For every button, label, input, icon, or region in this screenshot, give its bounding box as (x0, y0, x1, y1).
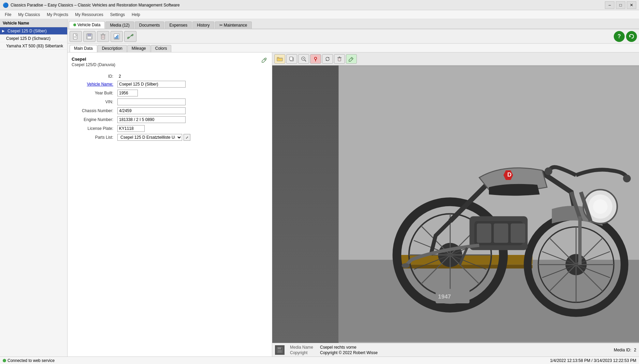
status-timestamps: 1/4/2022 12:13:58 PM / 3/14/2023 12:22:5… (550, 358, 636, 363)
edit-link-icon[interactable] (261, 57, 268, 63)
svg-point-63 (593, 199, 608, 214)
edit-media-icon (349, 56, 354, 62)
form-panel: Csepel Csepel 125/D (Danuvia) ID: 2 (68, 52, 272, 357)
close-button[interactable]: ✕ (627, 1, 636, 9)
inner-tab-description[interactable]: Description (98, 45, 127, 52)
svg-rect-60 (511, 224, 525, 243)
media-id-section: Media ID: 2 (614, 348, 636, 352)
menu-settings[interactable]: Settings (107, 11, 128, 18)
expand-parts-button[interactable]: ⤢ (184, 134, 190, 141)
edit-media-btn[interactable] (346, 54, 357, 64)
sidebar-item-csepel-silber[interactable]: ▶ Csepel 125 D (Silber) (0, 27, 67, 35)
delete-media-btn[interactable] (334, 54, 345, 64)
delete-icon (100, 33, 106, 40)
open-folder-button[interactable] (274, 54, 285, 64)
sidebar-item-label: Yamaha XT 500 (83) Silbertank (6, 44, 63, 48)
media-name-label: Media Name (290, 345, 317, 350)
minimize-button[interactable]: – (605, 1, 614, 9)
media-info-bar: Media Name Csepel rechts vorne Copyright… (272, 343, 639, 357)
maximize-button[interactable]: □ (616, 1, 625, 9)
undo-button[interactable] (626, 31, 637, 42)
pin-button[interactable] (310, 54, 321, 64)
media-save-icon (275, 345, 285, 355)
tab-history[interactable]: History (192, 21, 214, 29)
media-id-value: 2 (634, 348, 636, 352)
vehicle-name-input[interactable] (117, 81, 186, 88)
media-main-image: D 1947 (339, 65, 639, 343)
svg-marker-17 (629, 35, 631, 37)
svg-rect-76 (278, 350, 282, 352)
delete-button[interactable] (97, 31, 109, 42)
app-icon: 🔵 (3, 2, 9, 8)
form-row-year-built: Year Built: (72, 90, 268, 96)
svg-rect-4 (88, 34, 91, 36)
engine-input[interactable] (117, 116, 186, 123)
new-button[interactable] (70, 31, 82, 42)
year-built-input[interactable] (117, 90, 138, 96)
tab-dot-icon (73, 24, 76, 26)
chassis-label: Chassis Number: (72, 108, 116, 113)
chart-button[interactable] (111, 31, 123, 42)
svg-rect-30 (338, 58, 341, 61)
svg-point-69 (402, 263, 410, 268)
tab-documents[interactable]: Documents (135, 21, 164, 29)
zoom-button[interactable] (298, 54, 309, 64)
copy-media-button[interactable] (286, 54, 297, 64)
tab-label: History (197, 23, 209, 28)
status-connection: Connected to web service (8, 358, 55, 363)
media-panel: D 1947 (272, 52, 639, 357)
media-id-label: Media ID: (614, 348, 631, 352)
svg-point-65 (544, 167, 552, 175)
vehicle-name-label[interactable]: Vehicle Name: (72, 82, 116, 87)
tab-label: Documents (139, 23, 160, 28)
svg-point-64 (623, 175, 631, 182)
year-built-label: Year Built: (72, 91, 116, 95)
pin-icon (313, 56, 318, 62)
parts-list-select[interactable]: Csepel 125 D Ersatzteilliste Ungarisch (117, 134, 182, 141)
sidebar-item-yamaha[interactable]: Yamaha XT 500 (83) Silbertank (0, 42, 67, 50)
title-bar-left: 🔵 Classics Paradise – Easy Classics – Cl… (3, 2, 180, 8)
inner-tab-mileage[interactable]: Mileage (127, 45, 150, 52)
svg-rect-59 (494, 224, 508, 243)
vehicle-model: Csepel 125/D (Danuvia) (72, 62, 115, 67)
inner-tab-main-data[interactable]: Main Data (70, 45, 97, 52)
menu-file[interactable]: File (1, 11, 15, 18)
menu-my-classics[interactable]: My Classics (15, 11, 43, 18)
form-row-chassis: Chassis Number: (72, 107, 268, 114)
svg-rect-5 (87, 36, 91, 39)
menu-bar: File My Classics My Projects My Ressourc… (0, 10, 639, 19)
save-button[interactable] (83, 31, 96, 42)
sidebar-item-label: Csepel 125 D (Schwarz) (6, 36, 50, 41)
form-row-vin: VIN: (72, 98, 268, 105)
tab-maintenance[interactable]: ✂ Maintenance (215, 21, 252, 29)
link-icon (127, 33, 134, 40)
tab-bar: Vehicle Data Media (12) Documents Expens… (68, 19, 639, 29)
svg-rect-75 (278, 347, 281, 349)
engine-label: Engine Number: (72, 117, 116, 122)
link-button[interactable] (124, 31, 136, 42)
menu-my-projects[interactable]: My Projects (43, 11, 72, 18)
tab-vehicle-data[interactable]: Vehicle Data (69, 21, 105, 29)
license-input[interactable] (117, 125, 145, 132)
undo-icon (628, 33, 635, 40)
media-toolbar (272, 52, 639, 65)
form-row-license: License Plate: (72, 125, 268, 132)
zoom-icon (301, 56, 306, 62)
svg-line-18 (264, 59, 265, 60)
parts-list-label: Parts List: (72, 135, 116, 140)
tab-expenses[interactable]: Expenses (165, 21, 192, 29)
help-button[interactable]: ? (614, 31, 625, 42)
menu-help[interactable]: Help (128, 11, 144, 18)
inner-tab-colors[interactable]: Colors (151, 45, 172, 52)
refresh-button[interactable] (322, 54, 333, 64)
chassis-input[interactable] (117, 107, 186, 114)
floppy-disk-icon (276, 347, 283, 353)
tab-media[interactable]: Media (12) (105, 21, 134, 29)
motorcycle-image: D 1947 (339, 65, 639, 343)
sidebar-item-csepel-schwarz[interactable]: Csepel 125 D (Schwarz) (0, 35, 67, 42)
form-row-id: ID: 2 (72, 74, 268, 79)
menu-my-ressources[interactable]: My Ressources (72, 11, 107, 18)
content-area: Vehicle Data Media (12) Documents Expens… (68, 19, 639, 357)
vin-input[interactable] (117, 98, 186, 105)
copyright-value: Copyright © 2022 Robert Wisse (320, 350, 378, 355)
